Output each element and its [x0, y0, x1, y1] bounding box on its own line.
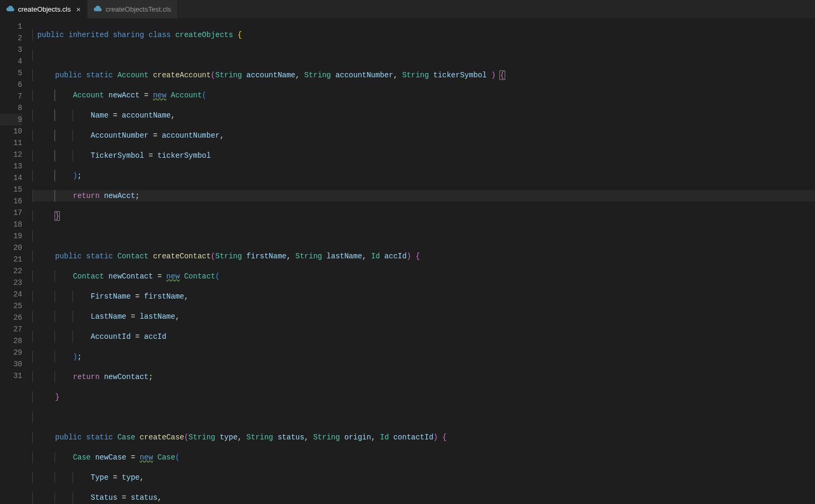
code-line: Type = type,	[33, 472, 815, 483]
code-line: }	[33, 210, 815, 222]
line-number: 31	[0, 370, 22, 382]
line-number: 20	[0, 242, 22, 254]
tab-create-objects[interactable]: createObjects.cls ×	[0, 0, 87, 19]
code-line: public static Account createAccount(Stri…	[33, 69, 815, 81]
code-content[interactable]: public inherited sharing class createObj…	[33, 21, 815, 504]
code-line	[33, 49, 815, 61]
code-line: TickerSymbol = tickerSymbol	[33, 150, 815, 161]
line-number: 18	[0, 219, 22, 230]
code-line: Contact newContact = new Contact(	[33, 271, 815, 282]
code-line: public inherited sharing class createObj…	[33, 29, 815, 41]
line-number: 25	[0, 300, 22, 312]
code-line	[33, 230, 815, 242]
editor-tabs: createObjects.cls × createObjectsTest.cl…	[0, 0, 815, 19]
line-number-gutter: 1 2 3 4 5 6 7 8 9 10 11 12 13 14 15 16 1…	[0, 21, 33, 504]
line-number: 23	[0, 277, 22, 289]
line-number: 10	[0, 125, 22, 137]
cloud-icon	[94, 5, 102, 13]
line-number: 13	[0, 160, 22, 172]
line-number: 12	[0, 149, 22, 160]
close-icon[interactable]: ×	[76, 5, 81, 14]
line-number: 15	[0, 184, 22, 195]
line-number: 19	[0, 230, 22, 242]
code-line: AccountId = accId	[33, 331, 815, 343]
line-number: 29	[0, 347, 22, 358]
line-number: 8	[0, 102, 22, 114]
line-number: 30	[0, 358, 22, 370]
code-line: public static Case createCase(String typ…	[33, 431, 815, 443]
code-line: Case newCase = new Case(	[33, 452, 815, 463]
tab-label: createObjectsTest.cls	[105, 5, 171, 13]
line-number: 14	[0, 172, 22, 184]
line-number: 27	[0, 323, 22, 335]
editor-area[interactable]: 1 2 3 4 5 6 7 8 9 10 11 12 13 14 15 16 1…	[0, 19, 815, 504]
code-line	[33, 411, 815, 423]
line-number: 6	[0, 79, 22, 91]
code-line: AccountNumber = accountNumber,	[33, 130, 815, 141]
line-number: 16	[0, 195, 22, 207]
line-number: 11	[0, 137, 22, 149]
line-number: 26	[0, 312, 22, 323]
line-number: 17	[0, 207, 22, 219]
code-line: );	[33, 170, 815, 182]
code-line: LastName = lastName,	[33, 311, 815, 322]
line-number: 5	[0, 67, 22, 79]
line-number: 1	[0, 21, 22, 32]
code-line: }	[33, 391, 815, 403]
line-number: 2	[0, 32, 22, 44]
line-number: 3	[0, 44, 22, 56]
code-line: FirstName = firstName,	[33, 291, 815, 302]
tab-create-objects-test[interactable]: createObjectsTest.cls	[87, 0, 178, 19]
line-number: 4	[0, 56, 22, 67]
line-number: 9	[0, 114, 22, 125]
code-line: Name = accountName,	[33, 110, 815, 121]
code-line: public static Contact createContact(Stri…	[33, 250, 815, 262]
line-number: 22	[0, 265, 22, 277]
line-number: 7	[0, 91, 22, 102]
tab-label: createObjects.cls	[18, 5, 71, 13]
line-number: 24	[0, 289, 22, 300]
cloud-icon	[6, 5, 15, 13]
line-number: 21	[0, 254, 22, 265]
code-line: return newAcct;	[33, 190, 815, 202]
code-line: return newContact;	[33, 371, 815, 383]
code-line: );	[33, 351, 815, 363]
code-line: Status = status,	[33, 492, 815, 503]
line-number: 28	[0, 335, 22, 347]
code-line: Account newAcct = new Account(	[33, 89, 815, 101]
